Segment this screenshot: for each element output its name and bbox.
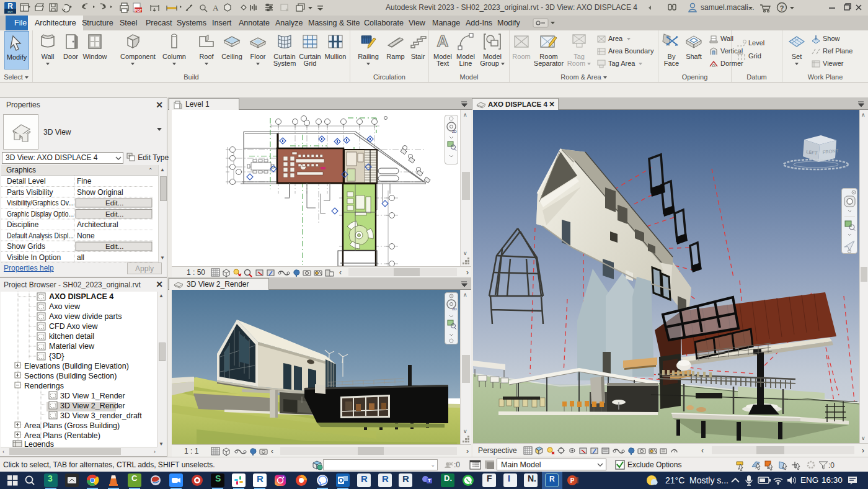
svg-text:3D View 1_Render: 3D View 1_Render bbox=[60, 392, 125, 400]
svg-text:Edit...: Edit... bbox=[105, 243, 123, 250]
svg-text:R: R bbox=[7, 2, 13, 11]
svg-text:2D: 2D bbox=[452, 307, 457, 311]
svg-text:Show Grids: Show Grids bbox=[7, 242, 45, 251]
svg-text:P: P bbox=[570, 477, 575, 484]
svg-text:Autodesk Revit 2023 - SH02_202: Autodesk Revit 2023 - SH02_2023_original… bbox=[386, 3, 637, 12]
svg-text:Detail Level: Detail Level bbox=[7, 177, 46, 186]
svg-text:all: all bbox=[77, 253, 84, 262]
svg-text:Area Plans (Gross Building): Area Plans (Gross Building) bbox=[24, 421, 120, 430]
svg-text:Architectural: Architectural bbox=[77, 220, 118, 229]
svg-text:Renderings: Renderings bbox=[24, 382, 64, 390]
svg-text:{3D}: {3D} bbox=[49, 352, 64, 361]
svg-text:Elevations (Building Elevation: Elevations (Building Elevation) bbox=[24, 362, 129, 370]
svg-text:Axo view: Axo view bbox=[49, 302, 81, 311]
svg-text:Area Plans (Rentable): Area Plans (Rentable) bbox=[24, 431, 100, 440]
svg-text:Discipline: Discipline bbox=[7, 220, 39, 229]
svg-text:?: ? bbox=[780, 4, 784, 12]
svg-text:Parts Visibility: Parts Visibility bbox=[7, 188, 53, 197]
svg-text:A: A bbox=[437, 32, 449, 50]
svg-text:samuel.macali...: samuel.macali... bbox=[701, 3, 755, 12]
svg-text:RVT: RVT bbox=[8, 11, 13, 14]
svg-text:AXO DISPLACE 4: AXO DISPLACE 4 bbox=[49, 292, 113, 301]
svg-text:kitchen detail: kitchen detail bbox=[49, 332, 94, 341]
svg-text:Show Original: Show Original bbox=[77, 188, 123, 197]
svg-text:A: A bbox=[213, 3, 219, 12]
svg-text:PDF: PDF bbox=[135, 9, 143, 12]
svg-text:2D: 2D bbox=[452, 130, 457, 133]
svg-text:Axo view divide parts: Axo view divide parts bbox=[49, 312, 122, 321]
svg-text::0: :0 bbox=[828, 461, 835, 470]
svg-text:Fine: Fine bbox=[77, 177, 92, 186]
svg-text:Edit...: Edit... bbox=[105, 210, 123, 218]
svg-text:None: None bbox=[77, 231, 95, 240]
svg-text:Default Analysis Displ...: Default Analysis Displ... bbox=[7, 231, 74, 240]
svg-text:Visible In Option: Visible In Option bbox=[7, 253, 61, 262]
svg-text:3D View 2_Render: 3D View 2_Render bbox=[60, 402, 125, 410]
svg-text:Edit...: Edit... bbox=[105, 199, 123, 207]
svg-text:T: T bbox=[428, 478, 431, 483]
svg-text:CFD Axo view: CFD Axo view bbox=[49, 322, 98, 331]
svg-text:Graphic Display Optio...: Graphic Display Optio... bbox=[7, 210, 74, 218]
svg-text:Sections (Building Section): Sections (Building Section) bbox=[24, 372, 117, 380]
svg-text:3D View 3_render_draft: 3D View 3_render_draft bbox=[60, 411, 142, 420]
svg-text:Material view: Material view bbox=[49, 342, 95, 351]
svg-text:Visibility/Graphics Ov...: Visibility/Graphics Ov... bbox=[7, 199, 74, 207]
